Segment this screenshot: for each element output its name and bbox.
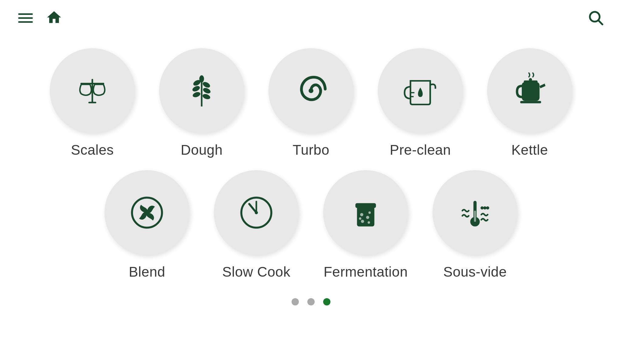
pagination-dot-3[interactable] (323, 298, 330, 305)
scales-label: Scales (71, 142, 114, 158)
main-content: Scales Dough (0, 36, 622, 280)
mode-scales[interactable]: Scales (50, 48, 135, 158)
mode-fermentation[interactable]: Fermentation (323, 170, 408, 280)
kettle-circle (487, 48, 572, 133)
svg-line-1 (599, 21, 603, 25)
fermentation-label: Fermentation (323, 264, 408, 280)
blend-circle (104, 170, 190, 255)
svg-point-13 (202, 81, 211, 89)
pagination-dot-2[interactable] (307, 298, 315, 305)
svg-point-35 (368, 211, 371, 214)
turbo-circle (268, 48, 354, 133)
scales-circle (50, 48, 135, 133)
svg-point-16 (199, 75, 204, 82)
svg-point-32 (360, 213, 363, 216)
preclean-label: Pre-clean (390, 142, 451, 158)
svg-line-28 (249, 204, 256, 213)
svg-point-25 (145, 210, 149, 215)
svg-point-42 (483, 206, 486, 209)
sousvide-circle (432, 170, 518, 255)
blend-label: Blend (129, 264, 165, 280)
svg-point-17 (309, 88, 313, 93)
mode-blend[interactable]: Blend (104, 170, 190, 280)
dough-circle (159, 48, 244, 133)
home-button[interactable] (45, 9, 63, 27)
slowcook-circle (214, 170, 299, 255)
mode-slowcook[interactable]: Slow Cook (214, 170, 299, 280)
svg-rect-21 (520, 101, 541, 103)
slowcook-label: Slow Cook (222, 264, 290, 280)
header-left (18, 9, 63, 27)
sousvide-label: Sous-vide (443, 264, 507, 280)
svg-rect-8 (88, 102, 96, 103)
svg-point-43 (486, 206, 489, 209)
svg-rect-30 (357, 207, 374, 227)
mode-preclean[interactable]: Pre-clean (378, 48, 463, 158)
svg-point-36 (368, 221, 370, 224)
svg-point-34 (361, 220, 364, 223)
svg-rect-40 (474, 211, 476, 222)
mode-kettle[interactable]: Kettle (487, 48, 572, 158)
menu-button[interactable] (18, 13, 33, 23)
svg-point-33 (366, 216, 369, 219)
svg-point-15 (202, 93, 211, 100)
search-button[interactable] (587, 9, 604, 27)
svg-point-11 (192, 85, 201, 93)
mode-row-1: Scales Dough (50, 48, 572, 158)
svg-point-12 (192, 91, 201, 98)
fermentation-circle (323, 170, 408, 255)
mode-sousvide[interactable]: Sous-vide (432, 170, 518, 280)
svg-point-41 (480, 206, 484, 209)
svg-rect-20 (522, 82, 540, 101)
pagination (0, 298, 622, 305)
header (0, 0, 622, 36)
mode-row-2: Blend Slow Cook (104, 170, 518, 280)
kettle-label: Kettle (511, 142, 548, 158)
pagination-dot-1[interactable] (292, 298, 299, 305)
mode-turbo[interactable]: Turbo (268, 48, 354, 158)
svg-point-37 (359, 217, 361, 220)
svg-rect-31 (355, 203, 376, 208)
svg-point-14 (202, 87, 211, 94)
mode-dough[interactable]: Dough (159, 48, 244, 158)
turbo-label: Turbo (293, 142, 330, 158)
preclean-circle (378, 48, 463, 133)
svg-point-23 (529, 78, 532, 81)
dough-label: Dough (181, 142, 223, 158)
